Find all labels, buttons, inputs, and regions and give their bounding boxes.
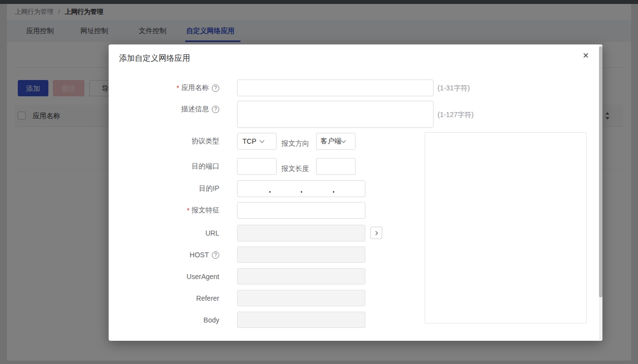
direction-select[interactable]: 客户端: [316, 133, 356, 150]
signature-input[interactable]: [237, 202, 365, 219]
dialog-title: 添加自定义网络应用: [119, 53, 190, 64]
field-label-useragent: UserAgent: [119, 268, 219, 285]
host-input: [237, 246, 365, 263]
add-custom-app-dialog: 添加自定义网络应用 ✕ * 应用名称 ? (1-31字符) 描述信息 ? (1-…: [109, 44, 602, 341]
close-icon[interactable]: ✕: [583, 51, 589, 61]
description-hint: (1-127字符): [438, 106, 474, 123]
body-input: [237, 312, 365, 328]
url-input: [237, 225, 365, 242]
help-icon-host[interactable]: ?: [212, 251, 219, 259]
field-label-direction: 报文方向: [281, 138, 309, 148]
required-marker: *: [177, 84, 179, 92]
useragent-input: [237, 268, 365, 284]
field-label-referer: Referer: [119, 290, 219, 307]
help-icon-app-name[interactable]: ?: [212, 84, 219, 92]
field-label-signature: * 报文特征: [119, 202, 219, 219]
dialog-scrollbar-track[interactable]: [599, 44, 602, 341]
description-textarea[interactable]: [237, 101, 434, 128]
field-label-protocol: 协议类型: [119, 133, 219, 150]
chevron-down-icon: [341, 138, 346, 143]
packet-length-input[interactable]: [316, 158, 356, 175]
field-label-description: 描述信息 ?: [119, 101, 219, 118]
field-label-url: URL: [119, 225, 219, 242]
dest-ip-input[interactable]: [237, 180, 365, 197]
page: 上网行为管理 / 上网行为管理 应用控制 网址控制 文件控制 自定义网络应用 添…: [0, 0, 638, 364]
app-name-hint: (1-31字符): [438, 80, 470, 96]
field-label-body: Body: [119, 312, 219, 328]
field-label-packet-length: 报文长度: [281, 163, 309, 173]
app-name-input[interactable]: [237, 80, 434, 96]
chevron-right-icon: [374, 231, 378, 235]
required-marker: *: [187, 206, 190, 214]
field-label-host: HOST ?: [119, 246, 219, 263]
dest-port-input[interactable]: [237, 158, 277, 175]
protocol-select[interactable]: TCP: [237, 133, 277, 150]
dialog-scrollbar-thumb[interactable]: [599, 46, 602, 297]
preview-panel: [425, 132, 587, 324]
field-label-dest-ip: 目的IP: [119, 180, 219, 197]
help-icon-description[interactable]: ?: [212, 106, 219, 113]
url-expand-button[interactable]: [370, 227, 382, 239]
chevron-down-icon: [260, 138, 265, 143]
referer-input: [237, 290, 365, 306]
field-label-app-name: * 应用名称 ?: [119, 80, 219, 96]
field-label-dest-port: 目的端口: [119, 158, 219, 175]
